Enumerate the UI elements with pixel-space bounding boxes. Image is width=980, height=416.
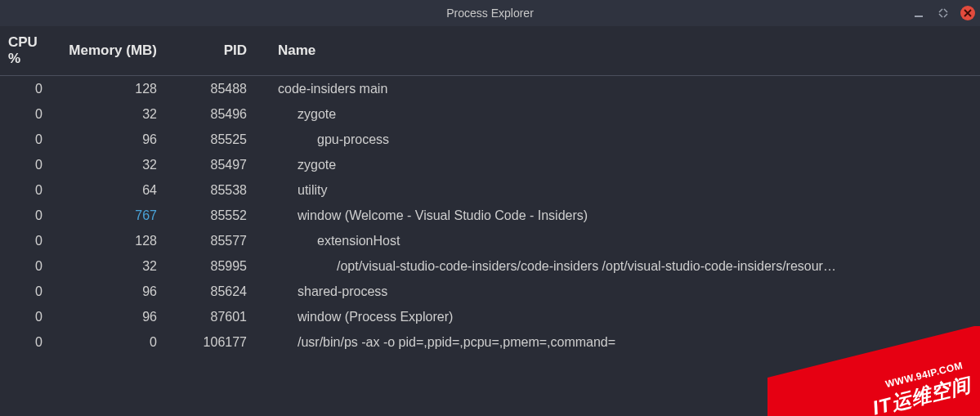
cell-memory: 32 — [57, 152, 172, 177]
window-title: Process Explorer — [446, 7, 534, 20]
cell-name: /opt/visual-studio-code-insiders/code-in… — [262, 253, 980, 279]
title-bar[interactable]: Process Explorer — [0, 0, 980, 26]
col-header-pid[interactable]: PID — [172, 26, 262, 76]
close-icon[interactable] — [960, 6, 975, 20]
cell-name: extensionHost — [262, 228, 980, 253]
cell-pid: 87601 — [172, 304, 262, 329]
minimize-icon[interactable] — [911, 6, 926, 20]
cell-cpu: 0 — [0, 101, 57, 127]
cell-name: code-insiders main — [262, 76, 980, 102]
cell-memory: 128 — [57, 76, 172, 102]
table-row[interactable]: 03285497zygote — [0, 152, 980, 177]
cell-pid: 85525 — [172, 127, 262, 152]
process-name: zygote — [298, 158, 336, 172]
window-root: Process Explorer CPU % Memory (MB) PID — [0, 0, 980, 416]
cell-memory: 767 — [57, 203, 172, 228]
cell-name: shared-process — [262, 279, 980, 304]
cell-pid: 85488 — [172, 76, 262, 102]
col-header-name[interactable]: Name — [262, 26, 980, 76]
col-header-memory[interactable]: Memory (MB) — [57, 26, 172, 76]
cell-name: zygote — [262, 101, 980, 127]
cell-cpu: 0 — [0, 76, 57, 102]
cell-cpu: 0 — [0, 228, 57, 253]
cell-cpu: 0 — [0, 177, 57, 203]
cell-cpu: 0 — [0, 152, 57, 177]
watermark-tagline: IT运维空间 — [870, 372, 973, 416]
cell-memory: 96 — [57, 279, 172, 304]
table-row[interactable]: 00106177/usr/bin/ps -ax -o pid=,ppid=,pc… — [0, 329, 980, 355]
cell-pid: 106177 — [172, 329, 262, 355]
cell-memory: 128 — [57, 228, 172, 253]
col-header-cpu[interactable]: CPU % — [0, 26, 57, 76]
cell-name: gpu-process — [262, 127, 980, 152]
cell-name: window (Welcome - Visual Studio Code - I… — [262, 203, 980, 228]
table-row[interactable]: 09685624shared-process — [0, 279, 980, 304]
process-name: shared-process — [298, 284, 387, 298]
cell-memory: 32 — [57, 101, 172, 127]
cell-pid: 85552 — [172, 203, 262, 228]
cell-cpu: 0 — [0, 203, 57, 228]
cell-pid: 85995 — [172, 253, 262, 279]
maximize-icon[interactable] — [936, 6, 951, 20]
process-name: extensionHost — [317, 234, 400, 248]
cell-pid: 85577 — [172, 228, 262, 253]
table-header-row: CPU % Memory (MB) PID Name — [0, 26, 980, 76]
process-name: window (Process Explorer) — [298, 310, 453, 324]
process-name: /usr/bin/ps -ax -o pid=,ppid=,pcpu=,pmem… — [298, 335, 615, 349]
cell-cpu: 0 — [0, 279, 57, 304]
cell-name: window (Process Explorer) — [262, 304, 980, 329]
table-row[interactable]: 06485538utility — [0, 177, 980, 203]
cell-name: utility — [262, 177, 980, 203]
process-name: window (Welcome - Visual Studio Code - I… — [298, 208, 588, 222]
cell-memory: 96 — [57, 127, 172, 152]
process-table: CPU % Memory (MB) PID Name 012885488code… — [0, 26, 980, 355]
client-area: CPU % Memory (MB) PID Name 012885488code… — [0, 26, 980, 416]
cell-pid: 85497 — [172, 152, 262, 177]
process-name: /opt/visual-studio-code-insiders/code-in… — [337, 259, 836, 273]
process-name: gpu-process — [317, 132, 389, 146]
cell-cpu: 0 — [0, 304, 57, 329]
cell-pid: 85624 — [172, 279, 262, 304]
cell-name: zygote — [262, 152, 980, 177]
svg-rect-0 — [915, 16, 923, 17]
process-name: zygote — [298, 107, 336, 121]
table-row[interactable]: 012885488code-insiders main — [0, 76, 980, 102]
cell-cpu: 0 — [0, 253, 57, 279]
table-row[interactable]: 012885577extensionHost — [0, 228, 980, 253]
cell-memory: 32 — [57, 253, 172, 279]
table-row[interactable]: 09687601window (Process Explorer) — [0, 304, 980, 329]
cell-cpu: 0 — [0, 329, 57, 355]
cell-memory: 64 — [57, 177, 172, 203]
table-row[interactable]: 076785552window (Welcome - Visual Studio… — [0, 203, 980, 228]
process-name: code-insiders main — [278, 82, 387, 96]
table-row[interactable]: 03285995/opt/visual-studio-code-insiders… — [0, 253, 980, 279]
cell-name: /usr/bin/ps -ax -o pid=,ppid=,pcpu=,pmem… — [262, 329, 980, 355]
cell-pid: 85496 — [172, 101, 262, 127]
window-controls — [911, 0, 975, 26]
cell-memory: 0 — [57, 329, 172, 355]
process-name: utility — [298, 183, 327, 197]
table-row[interactable]: 09685525gpu-process — [0, 127, 980, 152]
watermark-url: WWW.94IP.COM — [884, 359, 968, 390]
cell-pid: 85538 — [172, 177, 262, 203]
cell-memory: 96 — [57, 304, 172, 329]
cell-cpu: 0 — [0, 127, 57, 152]
table-row[interactable]: 03285496zygote — [0, 101, 980, 127]
